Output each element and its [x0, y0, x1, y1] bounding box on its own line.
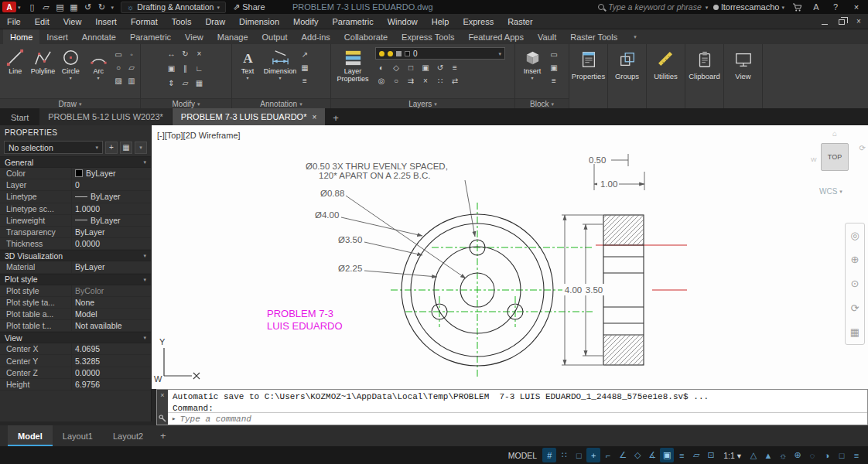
menu-item[interactable]: Dimension: [232, 14, 286, 29]
property-row[interactable]: Material ByLayer: [0, 261, 151, 273]
ribbon-tab[interactable]: Home: [3, 29, 39, 44]
array-icon[interactable]: ▦: [193, 77, 206, 89]
layer-select[interactable]: 0 ▾: [375, 47, 505, 60]
property-row[interactable]: Linetype sc... 1.0000: [0, 203, 151, 215]
help-button[interactable]: ?: [829, 1, 842, 13]
hatch-icon[interactable]: ▨: [112, 75, 125, 87]
viewcube-west-label[interactable]: W: [811, 156, 817, 163]
menu-item[interactable]: Tools: [165, 14, 199, 29]
workspace-switcher[interactable]: ☼ Drafting & Annotation ▾: [121, 2, 226, 13]
layer-match-icon[interactable]: ▣: [419, 62, 432, 73]
show-motion-icon[interactable]: ▦: [846, 324, 863, 339]
text-style-icon[interactable]: ≡: [299, 75, 311, 87]
osnap-tracking-icon[interactable]: ∡: [645, 448, 659, 462]
move-icon[interactable]: ↔: [166, 48, 178, 60]
select-objects-icon[interactable]: ▦: [120, 142, 132, 154]
search-box[interactable]: Type a keyword or phrase ▾: [598, 2, 708, 12]
plot-icon[interactable]: ▦: [67, 1, 81, 13]
gradient-icon[interactable]: ▥: [125, 75, 138, 87]
open-icon[interactable]: ▱: [39, 1, 53, 13]
lineweight-icon[interactable]: ≡: [675, 448, 689, 462]
window-close-button[interactable]: ×: [848, 1, 865, 13]
polar-tracking-icon[interactable]: ∠: [616, 448, 630, 462]
properties-panel-button[interactable]: Properties: [569, 44, 608, 108]
panel-label-layers[interactable]: Layers▾: [331, 98, 514, 108]
toggle-pickadd-icon[interactable]: +: [105, 142, 118, 154]
layout-tab[interactable]: Layout1: [53, 425, 103, 446]
new-layout-button[interactable]: +: [153, 425, 173, 446]
viewcube-home-icon[interactable]: ⌂: [832, 129, 837, 138]
osnap-icon[interactable]: ▣: [660, 448, 674, 462]
customize-icon[interactable]: [159, 415, 166, 422]
redo-icon[interactable]: ↻: [95, 1, 109, 13]
layout-tab[interactable]: Layout2: [103, 425, 153, 446]
property-row[interactable]: Center Y 5.3285: [0, 355, 151, 367]
layout-tab[interactable]: Model: [8, 425, 53, 446]
transparency-icon[interactable]: ▱: [689, 448, 703, 462]
menu-item[interactable]: Modify: [286, 14, 325, 29]
region-icon[interactable]: ▱: [125, 62, 138, 73]
workspace-switch-icon[interactable]: ☼: [776, 448, 790, 462]
panel-label-block[interactable]: Block▾: [515, 98, 569, 108]
infer-constraints-icon[interactable]: □: [572, 448, 586, 462]
fillet-icon[interactable]: ∟: [193, 63, 206, 74]
ribbon-tab[interactable]: Raster Tools: [563, 29, 624, 44]
close-icon[interactable]: ×: [160, 392, 164, 399]
palette-title-bar[interactable]: PROPERTIES: [0, 125, 151, 139]
new-file-icon[interactable]: ▯: [26, 1, 39, 13]
navigation-wheel-icon[interactable]: ◎: [846, 228, 863, 244]
autocad-logo[interactable]: A: [2, 2, 16, 12]
isodraft-icon[interactable]: ◇: [630, 448, 644, 462]
snap-icon[interactable]: ∷: [557, 448, 571, 462]
property-row[interactable]: Plot style ta... None: [0, 297, 151, 309]
property-row[interactable]: Center X 4.0695: [0, 343, 151, 355]
ribbon-minimize-toggle[interactable]: ▾: [628, 29, 642, 44]
section-header-general[interactable]: General ▾: [0, 156, 151, 168]
menu-item[interactable]: Format: [124, 14, 165, 29]
property-row[interactable]: Center Z 0.0000: [0, 367, 151, 379]
orbit-icon[interactable]: ⟳: [846, 300, 863, 316]
save-icon[interactable]: ▤: [53, 1, 67, 13]
annotation-visibility-icon[interactable]: △: [747, 448, 760, 462]
panel-label-draw[interactable]: Draw▾: [0, 98, 140, 108]
layer-properties-button[interactable]: Layer Properties: [333, 46, 373, 98]
menu-item[interactable]: Insert: [88, 14, 124, 29]
arc-tool-button[interactable]: Arc ▾: [84, 46, 112, 98]
doc-close-button[interactable]: ×: [851, 15, 866, 28]
layer-lock-icon[interactable]: □: [405, 62, 417, 73]
ribbon-tab[interactable]: View: [178, 29, 210, 44]
property-row[interactable]: Layer 0: [0, 179, 151, 191]
layer-isolate-icon[interactable]: ◎: [375, 75, 388, 87]
close-icon[interactable]: ×: [312, 113, 316, 121]
ribbon-tab[interactable]: Add-ins: [295, 29, 337, 44]
property-row[interactable]: Linetype ByLayer: [0, 191, 151, 203]
menu-item[interactable]: Draw: [198, 14, 232, 29]
viewport-controls[interactable]: [-][Top][2D Wireframe]: [157, 131, 241, 140]
ribbon-tab[interactable]: Manage: [210, 29, 255, 44]
layer-translate-icon[interactable]: ⇄: [449, 75, 461, 87]
layer-merge-icon[interactable]: ⇉: [405, 75, 417, 87]
layer-state-icon[interactable]: ≡: [449, 62, 461, 73]
menu-item[interactable]: Help: [425, 14, 456, 29]
rectangle-icon[interactable]: ▭: [112, 49, 125, 60]
pan-icon[interactable]: ⊕: [846, 252, 863, 268]
menu-item[interactable]: Parametric: [325, 14, 380, 29]
menu-item[interactable]: Express: [456, 14, 501, 29]
autodesk-access-button[interactable]: A: [809, 1, 823, 13]
property-row[interactable]: Height 6.9756: [0, 379, 151, 391]
ribbon-tab[interactable]: Insert: [39, 29, 75, 44]
text-tool-button[interactable]: A Text ▾: [234, 46, 261, 98]
utilities-panel-button[interactable]: Utilities: [647, 44, 685, 108]
property-row[interactable]: Color ByLayer: [0, 168, 151, 179]
ellipse-icon[interactable]: ○: [112, 62, 125, 73]
menu-item[interactable]: Raster: [501, 14, 539, 29]
app-store-button[interactable]: [790, 1, 804, 13]
property-row[interactable]: Plot table a... Model: [0, 309, 151, 320]
layer-prev-icon[interactable]: ↺: [434, 62, 446, 73]
dimension-tool-button[interactable]: Dimension ▾: [261, 46, 299, 98]
model-space-toggle[interactable]: MODEL: [504, 448, 542, 462]
annotation-scale-button[interactable]: 1:1 ▾: [719, 448, 746, 462]
qat-more-caret-icon[interactable]: ▾: [111, 5, 114, 10]
clean-screen-icon[interactable]: □: [835, 448, 849, 462]
clipboard-panel-button[interactable]: Clipboard: [685, 44, 724, 108]
